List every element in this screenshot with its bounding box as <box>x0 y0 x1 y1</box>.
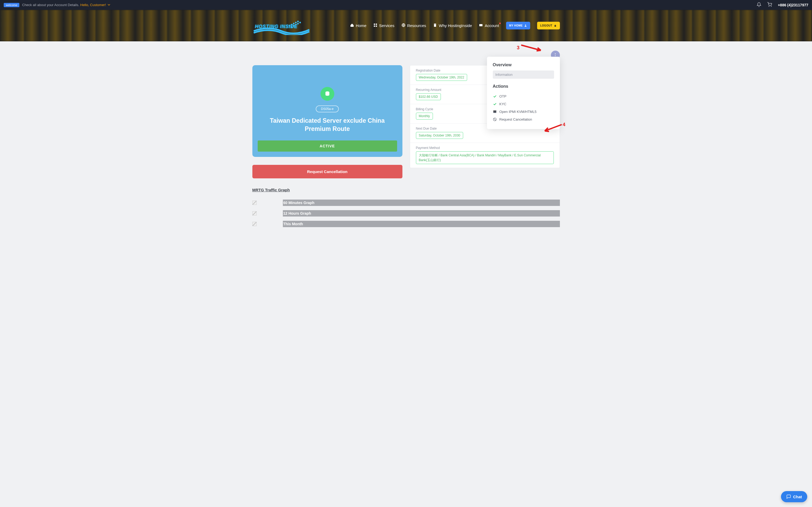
header: HOSTING INSIDE Home Services Resources W… <box>0 10 812 41</box>
registration-date-value: Wednesday, October 19th, 2022 <box>416 74 467 81</box>
nav-home-label: Home <box>356 23 366 28</box>
payment-method-value: 大陆银行转帐 / Bank Central Asia(BCA) / Bank M… <box>416 151 554 164</box>
nav-services-label: Services <box>379 23 394 28</box>
logo[interactable]: HOSTING INSIDE <box>252 14 316 38</box>
svg-rect-15 <box>376 25 377 27</box>
nav-resources[interactable]: Resources <box>401 23 426 28</box>
mrtg-month-label: This Month <box>283 221 560 227</box>
broken-image-icon <box>252 201 257 205</box>
mrtg-section: MRTG Traffic Graph 60 Minutes Graph 12 H… <box>252 188 560 227</box>
annotation-4-label: 4 <box>562 122 565 127</box>
topbar-right: +886 (4)23117977 <box>751 2 808 8</box>
mrtg-row-month: This Month <box>252 221 560 227</box>
topbar-account-text: Check all about your Account Details. <box>22 3 79 7</box>
bell-icon[interactable] <box>757 2 761 8</box>
status-active-badge: ACTIVE <box>258 140 397 152</box>
main-nav: Home Services Resources Why HostingInsid… <box>350 22 560 30</box>
phone-number[interactable]: +886 (4)23117977 <box>778 3 808 7</box>
svg-rect-20 <box>479 24 483 26</box>
building-icon <box>433 23 437 28</box>
product-code-pill: DS05a-e <box>316 106 339 112</box>
mrtg-title: MRTG Traffic Graph <box>252 188 560 192</box>
nav-why-label: Why HostingInside <box>439 23 472 28</box>
topbar: welcome Check all about your Account Det… <box>0 0 812 10</box>
svg-point-6 <box>297 21 299 22</box>
popover-otp-item[interactable]: OTP <box>493 93 554 100</box>
nav-resources-label: Resources <box>407 23 426 28</box>
info-row-payment: Payment Method 大陆银行转帐 / Bank Central Asi… <box>410 143 560 168</box>
svg-point-5 <box>295 22 296 23</box>
broken-image-icon <box>252 211 257 216</box>
request-cancellation-button[interactable]: Request Cancellation <box>252 165 402 178</box>
mrtg-12hours-label: 12 Hours Graph <box>283 210 560 217</box>
billing-cycle-value: Monthly <box>416 113 433 119</box>
svg-rect-22 <box>554 25 556 26</box>
nav-services[interactable]: Services <box>373 23 394 28</box>
mrtg-row-12hours: 12 Hours Graph <box>252 210 560 217</box>
popover-actions-heading: Actions <box>493 84 554 89</box>
annotation-arrow-3: 3 <box>517 43 544 52</box>
popover-ipmi-item[interactable]: Open IPMI KVM/HTML5 <box>493 108 554 116</box>
hello-text: Hello, Customer! <box>80 3 106 7</box>
my-home-button[interactable]: MY HOME <box>506 22 530 30</box>
window-icon <box>493 110 497 114</box>
recurring-amount-value: $102.66 USD <box>416 93 441 100</box>
svg-point-11 <box>299 22 301 23</box>
my-home-label: MY HOME <box>509 24 523 27</box>
popover-information-item[interactable]: Information <box>493 70 554 79</box>
svg-rect-13 <box>376 23 377 25</box>
cart-icon[interactable] <box>767 2 772 8</box>
payment-method-label: Payment Method <box>416 146 554 150</box>
svg-rect-17 <box>434 23 436 27</box>
topbar-hello[interactable]: Hello, Customer! <box>80 3 110 7</box>
services-icon <box>373 23 378 28</box>
product-card: DS05a-e Taiwan Dedicated Server exclude … <box>252 65 402 157</box>
annotation-arrow-4: 4 <box>542 123 562 134</box>
next-due-date-value: Saturday, October 19th, 2030 <box>416 132 464 139</box>
svg-rect-24 <box>493 111 496 111</box>
nav-home[interactable]: Home <box>350 23 366 28</box>
check-icon <box>493 102 497 106</box>
svg-rect-14 <box>374 25 375 27</box>
svg-rect-12 <box>374 23 375 25</box>
annotation-3-label: 3 <box>517 45 519 51</box>
nav-account[interactable]: Account <box>479 23 499 28</box>
svg-rect-18 <box>434 24 435 24</box>
database-icon <box>321 87 334 101</box>
svg-point-21 <box>525 25 526 26</box>
check-icon <box>493 94 497 98</box>
actions-popover: Overview Information Actions OTP KYC Ope… <box>487 57 560 129</box>
svg-point-0 <box>769 6 769 7</box>
popover-ipmi-label: Open IPMI KVM/HTML5 <box>499 110 537 114</box>
popover-kyc-label: KYC <box>499 102 506 106</box>
mrtg-60min-label: 60 Minutes Graph <box>283 200 560 206</box>
logout-button[interactable]: LOGOUT <box>537 22 560 30</box>
nav-why[interactable]: Why HostingInside <box>433 23 472 28</box>
welcome-tag: welcome <box>4 3 19 7</box>
popover-cancel-label: Request Cancellation <box>499 117 532 121</box>
logout-label: LOGOUT <box>540 24 552 27</box>
svg-rect-19 <box>435 24 436 24</box>
notification-dot-icon <box>499 22 501 24</box>
mrtg-row-60min: 60 Minutes Graph <box>252 200 560 206</box>
prohibit-icon <box>493 117 497 121</box>
svg-point-1 <box>771 6 771 7</box>
popover-overview-heading: Overview <box>493 63 554 67</box>
main-content: 3 Overview Information Actions OTP KYC O… <box>250 41 562 241</box>
popover-otp-label: OTP <box>499 94 506 98</box>
globe-icon <box>401 23 405 28</box>
popover-kyc-item[interactable]: KYC <box>493 100 554 108</box>
popover-cancel-item[interactable]: Request Cancellation <box>493 116 554 123</box>
nav-account-label: Account <box>485 23 499 28</box>
card-icon <box>479 23 483 28</box>
broken-image-icon <box>252 222 257 226</box>
home-icon <box>350 23 354 28</box>
product-title: Taiwan Dedicated Server exclude China Pr… <box>258 117 397 133</box>
